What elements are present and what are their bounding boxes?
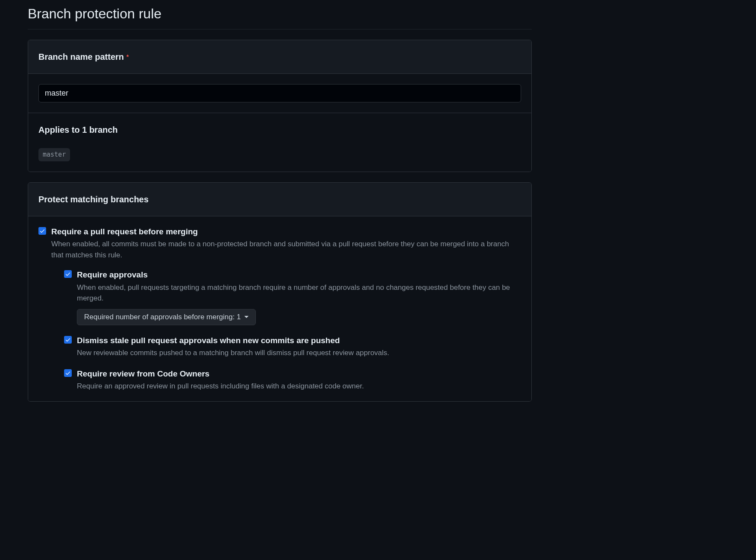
option-content-code-owners: Require review from Code Owners Require … [77, 368, 521, 392]
check-icon [39, 228, 45, 234]
check-icon [65, 271, 71, 277]
caret-down-icon [244, 316, 249, 318]
option-require-approvals: Require approvals When enabled, pull req… [64, 269, 521, 325]
check-icon [65, 337, 71, 343]
protect-header: Protect matching branches [28, 183, 531, 216]
applies-section: Applies to 1 branch master [28, 113, 531, 172]
branch-pattern-title: Branch name pattern * [38, 50, 521, 63]
option-content-require-pr: Require a pull request before merging Wh… [51, 226, 521, 392]
branch-pattern-header: Branch name pattern * [28, 40, 531, 74]
required-asterisk-icon: * [126, 52, 129, 61]
protect-header-title: Protect matching branches [38, 193, 521, 206]
option-title-dismiss-stale: Dismiss stale pull request approvals whe… [77, 335, 521, 347]
option-desc-dismiss-stale: New reviewable commits pushed to a match… [77, 347, 521, 359]
option-title-require-approvals: Require approvals [77, 269, 521, 281]
option-content-dismiss-stale: Dismiss stale pull request approvals whe… [77, 335, 521, 359]
option-require-pr: Require a pull request before merging Wh… [38, 226, 521, 392]
checkbox-require-approvals[interactable] [64, 270, 72, 278]
protection-options: Require a pull request before merging Wh… [28, 216, 531, 401]
page-title: Branch protection rule [28, 0, 532, 29]
option-code-owners: Require review from Code Owners Require … [64, 368, 521, 392]
applies-title: Applies to 1 branch [38, 123, 521, 136]
option-content-require-approvals: Require approvals When enabled, pull req… [77, 269, 521, 325]
option-title-require-pr: Require a pull request before merging [51, 226, 521, 238]
option-dismiss-stale: Dismiss stale pull request approvals whe… [64, 335, 521, 359]
checkbox-require-pr[interactable] [38, 227, 46, 235]
option-desc-code-owners: Require an approved review in pull reque… [77, 381, 521, 392]
checkbox-dismiss-stale[interactable] [64, 336, 72, 344]
protect-panel: Protect matching branches Require a pull… [28, 182, 532, 402]
branch-badge: master [38, 148, 70, 161]
check-icon [65, 370, 71, 376]
checkbox-code-owners[interactable] [64, 369, 72, 377]
required-approvals-dropdown[interactable]: Required number of approvals before merg… [77, 309, 256, 325]
branch-pattern-body [28, 74, 531, 113]
branch-pattern-panel: Branch name pattern * Applies to 1 branc… [28, 40, 532, 172]
option-desc-require-pr: When enabled, all commits must be made t… [51, 239, 521, 260]
sub-options: Require approvals When enabled, pull req… [64, 269, 521, 392]
dropdown-label: Required number of approvals before merg… [84, 313, 241, 321]
branch-pattern-input[interactable] [38, 84, 521, 102]
option-desc-require-approvals: When enabled, pull requests targeting a … [77, 282, 521, 304]
option-title-code-owners: Require review from Code Owners [77, 368, 521, 380]
branch-pattern-label: Branch name pattern [38, 50, 124, 63]
